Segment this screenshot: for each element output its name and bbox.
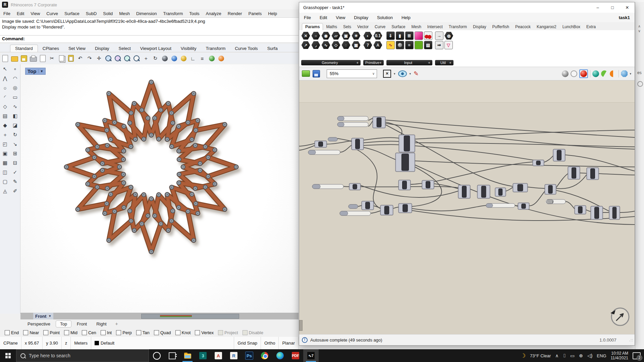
zoom-window-icon[interactable] [114,55,121,62]
panel-icon[interactable]: ▮ [396,32,404,40]
osnap-disable[interactable]: Disable [243,330,263,335]
palette-tool-icon-25[interactable]: ✎ [10,177,20,186]
preview-shaded-icon[interactable] [580,70,587,77]
box-param-icon[interactable]: ▣ [341,32,351,40]
palette-tool-icon-21[interactable]: ⊟ [10,158,20,168]
new-file-icon[interactable] [1,55,9,62]
toolbar-tab-visibility[interactable]: Visibility [176,45,201,52]
import-icon[interactable]: ⇓ [386,32,395,40]
document-name-label[interactable]: task1 [619,15,630,20]
gh-tab-display[interactable]: Display [470,23,489,30]
toolbar-tab-select[interactable]: Select [114,45,136,52]
palette-tool-icon-0[interactable]: ↖ [0,64,10,74]
palette-tool-icon-24[interactable]: ▢ [0,177,10,186]
viewport-tab-right[interactable]: Right [92,321,110,327]
rhino-menu-help[interactable]: Help [268,11,277,16]
osnap-project[interactable]: Project [218,330,238,335]
shaded-display-icon[interactable] [161,55,168,62]
gh-tab-mesh[interactable]: Mesh [408,23,424,30]
curve-param-icon[interactable]: ◉ [321,32,330,40]
integer-param-icon[interactable]: 7 [363,41,372,49]
save-document-icon[interactable] [313,70,320,77]
geometry-pipeline-icon[interactable]: ✕ [301,32,310,40]
palette-group-label-primitive[interactable]: Primitive+ [363,60,384,65]
moon-weather-icon[interactable]: ☽ [521,352,526,359]
osnap-int[interactable]: Int [101,330,112,335]
galapagos-icon[interactable]: ▽ [444,41,453,49]
gh-tab-params[interactable]: Params [302,23,323,30]
preview-options-caret-icon[interactable]: ▾ [410,72,411,75]
boolean-param-icon[interactable]: ◐ [363,32,372,40]
rhino-menu-solid[interactable]: Solid [103,11,113,16]
knob-icon[interactable] [396,41,404,49]
zoom-extents-icon[interactable] [133,55,140,62]
battery-icon[interactable]: ▭ [570,353,575,359]
gh-tab-vector[interactable]: Vector [354,23,372,30]
sketch-pen-icon[interactable]: ✎ [414,70,419,77]
palette-tool-icon-18[interactable]: ▣ [0,149,10,158]
palette-tool-icon-5[interactable]: ◎ [10,83,20,93]
read-file-icon[interactable]: ≡ [405,41,414,49]
front-viewport-sliver[interactable]: Front ▼ [20,313,299,319]
file-explorer-icon[interactable] [180,349,195,362]
rendered-display-icon[interactable] [170,55,178,62]
status-cell-y-3-90[interactable]: y 3.90 [43,337,61,349]
top-viewport[interactable]: Top ▼ [20,64,299,312]
preview-selected-icon[interactable] [601,70,608,77]
cortana-icon[interactable] [149,349,164,362]
gh-tab-transform[interactable]: Transform [446,23,470,30]
gradient-icon[interactable]: ▧ [424,41,432,49]
gh-tab-surface[interactable]: Surface [388,23,408,30]
resize-grip[interactable]: .:: [619,338,633,342]
undo-icon[interactable]: ↶ [76,55,84,62]
search-box[interactable]: Type here to search [16,349,149,362]
status-cell-planar[interactable]: Planar [279,337,299,349]
zoom-dynamic-icon[interactable] [105,55,112,62]
zoom-selected-icon[interactable] [123,55,131,62]
osnap-quad[interactable]: Quad [154,330,171,335]
meshface-param-icon[interactable]: ▦ [352,41,361,49]
rhino-menu-tools[interactable]: Tools [189,11,199,16]
graph-mapper-icon[interactable]: ∿ [386,41,395,49]
palette-tool-icon-11[interactable]: ◧ [10,111,20,121]
curve2-param-icon[interactable]: ∿ [321,41,330,49]
copy-icon[interactable] [58,55,65,62]
network-icon[interactable]: ⊕ [579,353,583,359]
cplane-icon[interactable]: ∟ [189,55,197,62]
rhino-menu-subd[interactable]: SubD [86,11,97,16]
volume-icon[interactable]: ◁) [587,353,592,359]
paste-icon[interactable] [67,55,74,62]
revit-icon[interactable]: R [226,349,241,362]
gh-menu-help[interactable]: Help [401,15,411,20]
weather-label[interactable]: 73°F Clear [530,353,551,358]
gene-pool-icon[interactable] [424,32,432,40]
circle-param-icon[interactable]: ○ [311,32,320,40]
osnap-vertex[interactable]: Vertex [195,330,214,335]
add-viewport-tab-icon[interactable]: + [115,321,118,326]
palette-tool-icon-1[interactable]: ∘ [10,64,20,74]
rhino-menu-transform[interactable]: Transform [163,11,183,16]
palette-tool-icon-4[interactable]: ○ [0,83,10,93]
osnap-tan[interactable]: Tan [136,330,150,335]
task-view-icon[interactable] [164,349,180,362]
toolbar-tab-standard[interactable]: Standard [10,45,38,52]
phone-icon[interactable]: ⌷ [563,353,566,359]
mesh-param-icon[interactable]: ✳ [352,32,361,40]
gh-menu-solution[interactable]: Solution [377,15,393,20]
preview-eye-icon[interactable] [398,70,407,77]
gh-tab-maths[interactable]: Maths [323,23,340,30]
rhino-menu-surface[interactable]: Surface [64,11,79,16]
value-list-icon[interactable]: ≣ [405,32,414,40]
gh-tab-intersect[interactable]: Intersect [424,23,446,30]
gh-tab-kangaroo2[interactable]: Kangaroo2 [534,23,559,30]
palette-tool-icon-20[interactable]: ▦ [0,158,10,168]
plane-param-icon[interactable]: ▱ [331,32,340,40]
document-preview-colour-icon[interactable] [610,70,616,77]
zoom-level-select[interactable]: 55% ∨ [327,69,377,78]
grasshopper-canvas[interactable] [299,80,635,334]
osnap-near[interactable]: Near [23,330,39,335]
pan-icon[interactable]: ✛ [95,55,103,62]
export-icon[interactable] [39,55,46,62]
zoom-extents-icon[interactable]: ✕ [383,70,391,78]
rhino-menu-panels[interactable]: Panels [248,11,262,16]
